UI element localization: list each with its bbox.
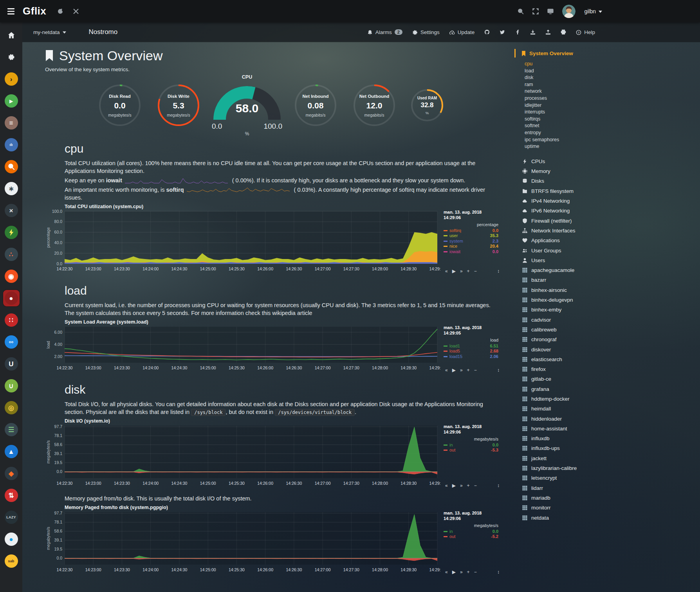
sidebar-item-firewall-netfilter-[interactable]: Firewall (netfilter) (514, 216, 612, 226)
wikipedia-link[interactable]: wikipedia article (272, 310, 312, 316)
sidebar-item-influxdb-ups[interactable]: influxdb-ups (514, 443, 612, 453)
sidebar-item-calibreweb[interactable]: calibreweb (514, 325, 612, 335)
rail-icon-settings[interactable] (3, 49, 20, 65)
gauge-disk-write[interactable]: Disk Write 5.3 megabytes/s (149, 84, 208, 127)
avatar[interactable] (562, 5, 576, 18)
sidebar-sub-interrupts[interactable]: interrupts (525, 109, 612, 116)
apps-icon[interactable] (547, 8, 554, 15)
alarms-button[interactable]: Alarms 2 (367, 29, 402, 35)
sidebar-sub-cpu[interactable]: cpu (525, 61, 612, 68)
chart-pan-forward-button[interactable]: » (460, 367, 463, 373)
sidebar-sub-ram[interactable]: ram (525, 81, 612, 88)
sidebar-item-applications[interactable]: Applications (514, 236, 612, 245)
rail-icon-pihole[interactable]: ● (3, 290, 20, 306)
server-dropdown[interactable]: my-netdata (33, 29, 66, 35)
gauge-disk-read[interactable]: Disk Read 0.0 megabytes/s (90, 84, 149, 127)
sidebar-item-hddtemp-docker[interactable]: hddtemp-docker (514, 394, 612, 404)
chart-play-button[interactable]: ▶ (452, 483, 456, 488)
rail-icon-app-17[interactable]: ∪ (3, 378, 20, 394)
rail-icon-transmission[interactable]: ⇅ (3, 487, 20, 504)
sidebar-sub-ipc-semaphores[interactable]: ipc semaphores (525, 137, 612, 144)
search-icon[interactable] (518, 8, 524, 15)
fullscreen-icon[interactable] (532, 8, 539, 15)
legend-row-softirq[interactable]: softirq0.0 (444, 228, 498, 234)
print-icon[interactable] (561, 29, 566, 35)
legend-row-out[interactable]: out-5.2 (444, 534, 498, 540)
close-icon[interactable] (73, 8, 79, 15)
rail-icon-app-12[interactable]: ◉ (3, 268, 20, 284)
sidebar-item-bazarr[interactable]: bazarr (514, 275, 612, 285)
user-menu[interactable]: gilbn (584, 8, 602, 14)
chart-resize-handle[interactable]: ↕ (497, 367, 500, 373)
help-button[interactable]: ? Help (576, 29, 595, 35)
chart-zoom-out-button[interactable]: − (474, 569, 477, 575)
chart-pan-backward-button[interactable]: « (445, 569, 448, 575)
legend-row-in[interactable]: in0.0 (444, 443, 498, 448)
chart-resize-handle[interactable]: ↕ (497, 569, 500, 575)
rail-icon-plex[interactable]: › (3, 71, 20, 87)
sidebar-item-hiddenloader[interactable]: hiddenloader (514, 414, 612, 423)
sidebar-item-grafana[interactable]: grafana (514, 384, 612, 394)
rail-icon-airsonic[interactable]: ılı (3, 137, 20, 153)
gauge-used-ram[interactable]: Used RAM 32.8 % (404, 88, 451, 122)
sidebar-item-chronograf[interactable]: chronograf (514, 335, 612, 344)
sidebar-item-heimdall[interactable]: heimdall (514, 404, 612, 414)
gauge-net-inbound[interactable]: Net Inbound 0.08 megabits/s (286, 84, 345, 127)
legend-row-in[interactable]: in0.0 (444, 529, 498, 534)
rail-icon-app-10[interactable] (3, 224, 20, 241)
legend-row-nice[interactable]: nice20.4 (444, 244, 498, 249)
sidebar-item-letsencrypt[interactable]: letsencrypt (514, 473, 612, 483)
chart-resize-handle[interactable]: ↕ (497, 268, 500, 274)
sidebar-item-binhex-emby[interactable]: binhex-emby (514, 305, 612, 315)
sidebar-item-binhex-delugevpn[interactable]: binhex-delugevpn (514, 295, 612, 305)
chart-pan-backward-button[interactable]: « (445, 483, 448, 488)
chart-pan-forward-button[interactable]: » (460, 268, 463, 274)
refresh-icon[interactable] (57, 8, 63, 15)
sidebar-item-ipv6-networking[interactable]: IPv6 Networking (514, 206, 612, 216)
gauge-cpu[interactable]: CPU 58.0 0.0100.0 % (208, 74, 286, 137)
sidebar-item-lidarr[interactable]: lidarr (514, 483, 612, 493)
chart-zoom-in-button[interactable]: + (467, 367, 470, 373)
sidebar-sub-idlejitter[interactable]: idlejitter (525, 102, 612, 109)
chart-zoom-in-button[interactable]: + (467, 268, 470, 274)
legend-row-out[interactable]: out-5.3 (444, 448, 498, 453)
sidebar-item-gitlab-ce[interactable]: gitlab-ce (514, 374, 612, 384)
sidebar-item-influxdb[interactable]: influxdb (514, 434, 612, 443)
sidebar-item-home-assistant[interactable]: home-assistant (514, 424, 612, 434)
chart-zoom-in-button[interactable]: + (467, 483, 470, 488)
rail-icon-app-19[interactable]: ☰ (3, 421, 20, 438)
chart-play-button[interactable]: ▶ (452, 268, 456, 274)
chart-zoom-out-button[interactable]: − (474, 268, 477, 274)
rail-icon-sabnzbd[interactable]: sab (3, 553, 20, 569)
sidebar-item-cadvisor[interactable]: cadvisor (514, 315, 612, 324)
chart-zoom-in-button[interactable]: + (467, 569, 470, 575)
rail-icon-app-20[interactable]: ▲ (3, 443, 20, 460)
chart-play-button[interactable]: ▶ (452, 367, 456, 373)
chart-pan-forward-button[interactable]: » (460, 569, 463, 575)
menu-icon[interactable] (7, 8, 15, 15)
rail-icon-app-14[interactable]: ∷ (3, 312, 20, 328)
gauge-net-outbound[interactable]: Net Outbound 12.0 megabits/s (345, 84, 404, 127)
chart-pan-forward-button[interactable]: » (460, 483, 463, 488)
legend-row-iowait[interactable]: iowait0.0 (444, 249, 498, 255)
update-button[interactable]: Update (449, 29, 475, 35)
chart-play-button[interactable]: ▶ (452, 569, 456, 575)
sidebar-item-users[interactable]: Users (514, 256, 612, 265)
legend-row-load5[interactable]: load52.68 (444, 349, 498, 354)
sidebar-sub-entropy[interactable]: entropy (525, 130, 612, 137)
rail-icon-lazylibrarian[interactable]: LAZY (3, 509, 20, 525)
sidebar-item-netdata[interactable]: netdata (514, 513, 612, 522)
chart-pan-backward-button[interactable]: « (445, 367, 448, 373)
iowait-sparkline[interactable] (124, 178, 228, 184)
sidebar-item-elasticsearch[interactable]: elasticsearch (514, 354, 612, 364)
facebook-icon[interactable] (515, 29, 520, 35)
sidebar-item-monitorr[interactable]: monitorr (514, 503, 612, 513)
sidebar-item-binhex-airsonic[interactable]: binhex-airsonic (514, 285, 612, 295)
sidebar-sub-network[interactable]: network (525, 88, 612, 95)
legend-row-user[interactable]: user35.3 (444, 233, 498, 239)
sidebar-item-mariadb[interactable]: mariadb (514, 493, 612, 503)
sidebar-item-memory[interactable]: Memory (514, 166, 612, 176)
chart-canvas[interactable]: 14:22:3014:23:0014:23:3014:24:0014:24:30… (45, 424, 440, 488)
sidebar-item-diskover[interactable]: diskover (514, 344, 612, 354)
rail-icon-app-9[interactable]: × (3, 202, 20, 219)
